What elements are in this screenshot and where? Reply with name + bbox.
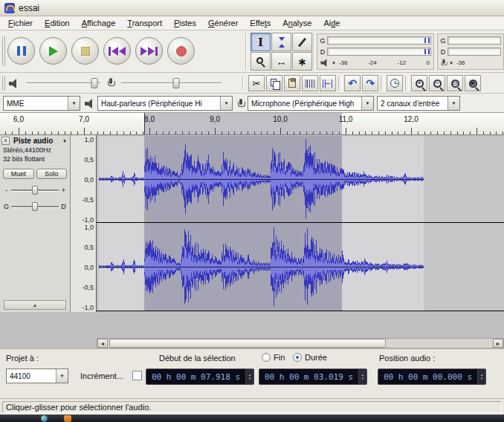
draw-tool-button[interactable] bbox=[292, 33, 312, 51]
silence-icon bbox=[323, 79, 333, 88]
playback-meter[interactable]: G D ▼ -36-24-120 bbox=[317, 33, 434, 70]
toolbar-grip[interactable] bbox=[2, 76, 5, 91]
timeshift-tool-button[interactable]: ↔ bbox=[271, 52, 291, 71]
radio-checked-icon bbox=[293, 353, 302, 362]
horizontal-scrollbar[interactable]: ◄ ► bbox=[0, 338, 504, 348]
dropdown-arrow-icon[interactable]: ▼ bbox=[449, 61, 453, 65]
transport-record-button[interactable] bbox=[167, 37, 195, 65]
transport-pause-button[interactable] bbox=[7, 37, 35, 65]
menu-effets[interactable]: Effets bbox=[244, 17, 277, 29]
field-spinner[interactable]: ▴▾ bbox=[477, 369, 485, 384]
scrollbar-track[interactable]: ◄ ► bbox=[97, 338, 504, 348]
input-device-select[interactable]: Microphone (Périphérique High ▼ bbox=[248, 96, 374, 111]
paste-button[interactable] bbox=[284, 75, 300, 91]
selection-tool-button[interactable]: I bbox=[251, 33, 271, 51]
gain-slider-thumb[interactable] bbox=[32, 186, 38, 195]
amplitude-ruler[interactable]: 1,00,50,0-0,5-1,01,00,50,0-0,5-1,0 bbox=[71, 135, 97, 312]
selection-length-radio-label: Durée bbox=[305, 353, 327, 362]
title-bar[interactable]: essai bbox=[0, 0, 504, 16]
redo-button[interactable]: ↷ bbox=[362, 75, 378, 91]
transport-play-button[interactable] bbox=[39, 37, 67, 65]
audio-position-field[interactable]: 00 h 00 m 00.000 s ▴▾ bbox=[378, 369, 486, 385]
selection-length-radio[interactable]: Durée bbox=[293, 353, 327, 362]
menu-edition[interactable]: Edition bbox=[39, 17, 76, 29]
menu-fichier[interactable]: Fichier bbox=[2, 17, 39, 29]
transport-rewind-button[interactable] bbox=[103, 37, 131, 65]
mute-button[interactable]: Muet bbox=[3, 169, 34, 179]
transport-forward-button[interactable] bbox=[135, 37, 163, 65]
track-header: × Piste audio ▼ bbox=[0, 135, 70, 145]
zoom-fit-icon: ▣ bbox=[469, 79, 477, 88]
scrollbar-thumb[interactable] bbox=[109, 339, 386, 348]
amplitude-label: 0,5 bbox=[84, 156, 94, 163]
snap-to-checkbox[interactable] bbox=[132, 371, 142, 380]
recording-meter[interactable]: G D ▼ -36 bbox=[437, 33, 504, 70]
sync-lock-icon bbox=[390, 79, 399, 88]
output-volume-slider[interactable] bbox=[26, 76, 100, 91]
ruler-tick bbox=[430, 132, 431, 134]
ruler-tick bbox=[45, 132, 45, 134]
scroll-right-button[interactable]: ► bbox=[493, 339, 503, 348]
taskbar-app-icon[interactable] bbox=[64, 415, 71, 422]
multi-tool-button[interactable]: ∗ bbox=[292, 52, 312, 71]
multitool-icon: ∗ bbox=[298, 56, 307, 67]
zoom-in-button[interactable]: + bbox=[411, 75, 427, 91]
pan-slider[interactable] bbox=[11, 201, 59, 212]
output-device-select[interactable]: Haut-parleurs (Périphérique Hi ▼ bbox=[97, 96, 233, 111]
solo-button[interactable]: Solo bbox=[36, 169, 68, 179]
menu-analyse[interactable]: Analyse bbox=[277, 17, 317, 29]
selection-start-field[interactable]: 00 h 00 m 07.918 s ▴▾ bbox=[146, 369, 254, 385]
toolbar-separator bbox=[245, 33, 247, 69]
pencil-icon bbox=[298, 37, 306, 47]
redo-icon: ↷ bbox=[366, 78, 375, 88]
transport-stop-button[interactable] bbox=[71, 37, 99, 65]
menu-transport[interactable]: Transport bbox=[121, 17, 168, 29]
trim-button[interactable] bbox=[302, 75, 318, 91]
pan-slider-thumb[interactable] bbox=[32, 202, 38, 211]
menu-pistes[interactable]: Pistes bbox=[168, 17, 202, 29]
zoom-fit-button[interactable]: ▣ bbox=[465, 75, 481, 91]
audio-host-select[interactable]: MME ▼ bbox=[3, 96, 80, 111]
spin-down-icon[interactable]: ▾ bbox=[481, 377, 483, 380]
waveform-canvas[interactable] bbox=[97, 135, 504, 312]
start-button[interactable] bbox=[41, 415, 48, 422]
undo-button[interactable]: ↶ bbox=[344, 75, 361, 91]
gain-slider[interactable] bbox=[11, 185, 59, 195]
input-channels-select[interactable]: 2 canaux d'entrée ▼ bbox=[377, 96, 460, 111]
silence-button[interactable] bbox=[320, 75, 336, 91]
input-volume-thumb[interactable] bbox=[173, 78, 180, 88]
timeline-ruler[interactable]: 6,07,08,09,010,011,012,0 bbox=[0, 113, 504, 135]
ruler-tick bbox=[306, 132, 307, 134]
dropdown-arrow-icon[interactable]: ▼ bbox=[332, 61, 336, 65]
selection-toolbar: Projet à : 44100 ▼ Incrément... Début de… bbox=[0, 348, 504, 399]
cut-button[interactable]: ✂ bbox=[248, 75, 265, 91]
speaker-icon bbox=[85, 99, 95, 108]
menu-affichage[interactable]: Affichage bbox=[76, 17, 122, 29]
selection-end-radio[interactable]: Fin bbox=[262, 353, 285, 362]
field-spinner[interactable]: ▴▾ bbox=[245, 369, 253, 384]
envelope-tool-button[interactable] bbox=[271, 33, 291, 51]
spin-down-icon[interactable]: ▾ bbox=[249, 377, 251, 380]
input-volume-slider[interactable] bbox=[121, 76, 222, 91]
menu-aide[interactable]: Aide bbox=[317, 17, 346, 29]
copy-button[interactable] bbox=[266, 75, 282, 91]
track-close-button[interactable]: × bbox=[1, 137, 10, 145]
zoom-tool-button[interactable] bbox=[251, 52, 271, 71]
windows-taskbar[interactable] bbox=[0, 415, 504, 422]
selection-length-field[interactable]: 00 h 00 m 03.019 s ▴▾ bbox=[259, 369, 367, 385]
output-volume-thumb[interactable] bbox=[91, 78, 98, 88]
menu-generer[interactable]: Générer bbox=[202, 17, 244, 29]
ruler-tick bbox=[463, 132, 464, 134]
spin-down-icon[interactable]: ▾ bbox=[362, 377, 364, 380]
scroll-left-button[interactable]: ◄ bbox=[97, 339, 108, 348]
zoom-sel-button[interactable]: ▭ bbox=[447, 75, 463, 91]
field-spinner[interactable]: ▴▾ bbox=[358, 369, 366, 384]
sync-lock-button[interactable] bbox=[387, 75, 403, 91]
toolbar-grip[interactable] bbox=[2, 36, 5, 66]
ruler-tick bbox=[372, 132, 372, 134]
ruler-tick bbox=[332, 132, 333, 134]
track-menu-button[interactable]: Piste audio ▼ bbox=[12, 137, 68, 145]
project-rate-select[interactable]: 44100 ▼ bbox=[6, 369, 68, 383]
track-collapse-button[interactable]: ▲ bbox=[4, 300, 66, 310]
zoom-out-button[interactable]: − bbox=[429, 75, 445, 91]
